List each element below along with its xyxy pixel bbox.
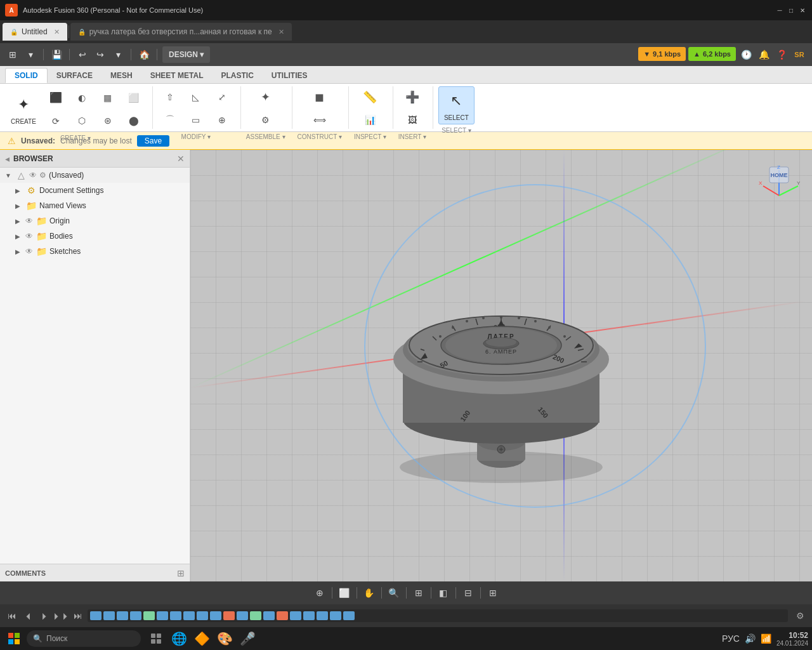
save-button[interactable]: 💾	[49, 47, 64, 62]
timeline-item-7[interactable]	[170, 611, 181, 620]
cylinder-button[interactable]: ⬤	[122, 110, 146, 131]
undo-button[interactable]: ↩	[75, 47, 90, 62]
insert-main-button[interactable]: ➕	[400, 86, 424, 108]
timeline-item-19[interactable]	[330, 611, 341, 620]
plane-button[interactable]: ◼	[308, 86, 332, 108]
new-component-button[interactable]: ✦	[254, 86, 278, 108]
tab-plastic[interactable]: PLASTIC	[212, 68, 262, 83]
timeline-play-button[interactable]: ⏵	[38, 609, 52, 623]
orbit-tool[interactable]: ⊕	[311, 585, 328, 601]
tree-eye-sketches[interactable]: 👁	[25, 247, 33, 256]
start-button[interactable]	[4, 628, 24, 649]
measure-button[interactable]: 📏	[358, 86, 382, 108]
timeline-begin-button[interactable]: ⏮	[5, 609, 19, 623]
select-main-button[interactable]: ↖ SELECT	[438, 86, 475, 124]
view-cube-tool[interactable]: ⊞	[485, 585, 501, 601]
tab-sheet-metal[interactable]: SHEET METAL	[141, 68, 213, 83]
zoom-tool[interactable]: 🔍	[386, 585, 402, 601]
account-button[interactable]: SR	[792, 47, 807, 62]
volume-icon[interactable]: 🔊	[745, 633, 756, 644]
3d-model[interactable]: 250 200 150 50 100 ЛАТЕР 1-М 6. АМПЕР	[349, 232, 653, 499]
grid-menu-button[interactable]: ⊞	[5, 47, 20, 62]
tab-close-icon-2[interactable]: ✕	[278, 28, 284, 36]
tree-item-named-views[interactable]: ▶ 📁 Named Views	[0, 198, 190, 213]
tree-item-root[interactable]: ▼ △ 👁 ⚙ (Unsaved)	[0, 168, 190, 183]
timeline-item-6[interactable]	[157, 611, 168, 620]
chamfer-button[interactable]: ◺	[184, 86, 208, 108]
tree-eye-origin[interactable]: 👁	[25, 216, 33, 225]
close-button[interactable]: ✕	[798, 6, 807, 15]
timeline-item-5[interactable]	[143, 611, 155, 620]
taskbar-search[interactable]: 🔍 РУС Поиск	[27, 630, 141, 647]
timeline-item-3[interactable]	[117, 611, 128, 620]
tree-eye-root[interactable]: 👁	[29, 171, 37, 180]
taskbar-app-fusion[interactable]: 🔶	[192, 628, 212, 649]
revolve-button[interactable]: ⟳	[44, 110, 68, 132]
timeline-settings-button[interactable]: ⚙	[793, 609, 807, 623]
axis-button[interactable]: ⟺	[308, 109, 332, 131]
browser-pin-button[interactable]: ✕	[177, 154, 185, 164]
file-menu-button[interactable]: ▾	[23, 47, 38, 62]
timeline-prev-button[interactable]: ⏴	[22, 609, 36, 623]
timeline-item-15[interactable]	[277, 611, 288, 620]
tree-item-bodies[interactable]: ▶ 👁 📁 Bodies	[0, 229, 190, 244]
display-mode-tool[interactable]: ◧	[435, 585, 452, 601]
extrude-button[interactable]: ⬛	[44, 86, 68, 109]
timeline-item-16[interactable]	[290, 611, 301, 620]
timeline-end-button[interactable]: ⏭	[71, 609, 85, 623]
timeline-item-12[interactable]	[237, 611, 248, 620]
taskbar-app-paint[interactable]: 🎨	[214, 628, 235, 649]
taskbar-app-task-view[interactable]	[146, 628, 166, 649]
shell-button[interactable]: ▭	[184, 109, 208, 131]
tree-item-origin[interactable]: ▶ 👁 📁 Origin	[0, 213, 190, 229]
taskbar-app-mic[interactable]: 🎤	[237, 628, 258, 649]
create-main-button[interactable]: ✦ CREATE	[5, 90, 42, 128]
pan-tool[interactable]: ✋	[361, 585, 377, 601]
viewport-gizmo[interactable]: HOME Y X Z	[754, 157, 804, 208]
timeline-item-9[interactable]	[197, 611, 208, 620]
tree-gear-root[interactable]: ⚙	[39, 171, 46, 180]
design-mode-button[interactable]: DESIGN ▾	[162, 46, 210, 63]
analysis-button[interactable]: 📊	[358, 109, 382, 131]
thread-button[interactable]: ⊛	[96, 110, 120, 131]
timeline-item-14[interactable]	[263, 611, 275, 620]
title-bar-controls[interactable]: ─ □ ✕	[775, 6, 807, 15]
language-indicator[interactable]: РУС	[722, 633, 740, 644]
comments-expand-button[interactable]: ⊞	[177, 568, 185, 578]
timeline-item-18[interactable]	[317, 611, 328, 620]
loft-button[interactable]: ⬡	[70, 110, 94, 131]
zoom-fit-tool[interactable]: ⊞	[410, 585, 427, 601]
taskbar-app-chrome[interactable]: 🌐	[169, 628, 189, 649]
press-pull-button[interactable]: ⇧	[158, 86, 182, 108]
tab-surface[interactable]: SURFACE	[48, 68, 102, 83]
look-at-tool[interactable]: ⬜	[336, 585, 353, 601]
help-icon[interactable]: ❓	[774, 47, 789, 62]
timeline-item-1[interactable]	[90, 611, 102, 620]
tab-secondary[interactable]: 🔒 ручка латера без отверстия п...анная и…	[70, 23, 292, 41]
grid-tool[interactable]: ⊟	[460, 585, 476, 601]
network-icon[interactable]: 📶	[761, 633, 771, 644]
timeline-item-2[interactable]	[103, 611, 115, 620]
tree-eye-bodies[interactable]: 👁	[25, 232, 33, 241]
minimize-button[interactable]: ─	[775, 6, 784, 15]
timeline-item-8[interactable]	[183, 611, 195, 620]
fillet-button[interactable]: ⌒	[158, 109, 182, 131]
save-button[interactable]: Save	[137, 135, 169, 147]
tab-close-icon[interactable]: ✕	[54, 28, 60, 36]
maximize-button[interactable]: □	[787, 6, 796, 15]
scale-button[interactable]: ⤢	[210, 86, 234, 108]
box-button[interactable]: ⬜	[122, 87, 146, 109]
timeline-item-10[interactable]	[210, 611, 221, 620]
browser-back-button[interactable]: ◂	[5, 154, 10, 164]
tab-untitled[interactable]: 🔒 Untitled ✕	[3, 23, 67, 41]
system-clock[interactable]: 10:52 24.01.2024	[776, 631, 808, 647]
joint-button[interactable]: ⚙	[254, 109, 278, 131]
timeline-item-20[interactable]	[343, 611, 355, 620]
tab-solid[interactable]: SOLID	[5, 68, 48, 83]
combine-button[interactable]: ⊕	[210, 109, 234, 131]
clock-icon[interactable]: 🕐	[738, 47, 754, 62]
timeline-item-4[interactable]	[130, 611, 141, 620]
tree-item-doc-settings[interactable]: ▶ ⚙ Document Settings	[0, 183, 190, 198]
tab-utilities[interactable]: UTILITIES	[263, 68, 317, 83]
tab-mesh[interactable]: MESH	[102, 68, 141, 83]
